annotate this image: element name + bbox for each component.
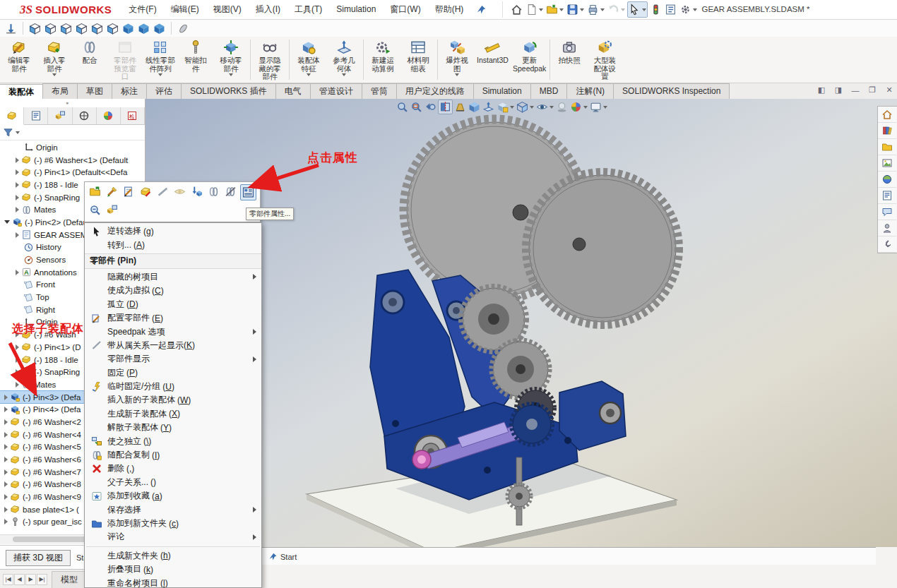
tree-item[interactable]: (-) Pin<1> (Default<<Defa [0,166,145,179]
dropdown-caret-icon[interactable] [580,8,584,11]
section-view-button[interactable] [438,100,453,114]
open-subassembly-button[interactable] [88,184,102,199]
menu-item-生成新文件夹[interactable]: 生成新文件夹(h) [85,549,261,563]
tree-expand-arrow-icon[interactable] [16,344,19,350]
view-palette-button[interactable] [878,155,896,172]
cmd-reference-geometry-button[interactable]: 参考几 何体 [326,37,362,83]
tab-[interactable]: 管筒 [362,83,397,99]
cmd-insert-component-button[interactable]: 插入零 部件 [37,37,72,83]
orientation-arrow-button[interactable] [4,21,18,36]
tab-solidworks[interactable]: SOLIDWORKS 插件 [181,83,276,99]
tab-[interactable]: 用户定义的线路 [396,83,474,99]
tree-expand-arrow-icon[interactable] [4,444,8,450]
insert-component-below-button[interactable] [189,184,204,199]
tab-[interactable]: 标注 [112,83,147,99]
menu-item-转到[interactable]: 转到...(A) [85,238,261,251]
change-transparency-button[interactable] [172,184,187,199]
cmd-edit-component-button[interactable]: 编辑零 部件 [1,37,37,83]
menu-w[interactable]: 窗口(W) [383,0,427,19]
cmd-motion-study-button[interactable]: 新建运 动算例 [365,37,400,83]
file-explorer-button[interactable] [878,139,896,155]
cmd-assembly-features-button[interactable]: 装配体 特征 [291,37,326,83]
tree-expand-arrow-icon[interactable] [4,407,8,412]
dropdown-caret-icon[interactable] [600,8,605,11]
tree-expand-arrow-icon[interactable] [4,469,8,475]
appearances-scenes-button[interactable] [878,172,896,188]
minimize-button[interactable]: — [850,86,860,95]
menu-item-评论[interactable]: 评论 [85,530,261,544]
cmd-smart-fastener-button[interactable]: 智能扣 件 [178,37,213,83]
tree-expand-arrow-icon[interactable] [4,220,10,227]
menu-item-临时固定分组[interactable]: 临时固定/分组(U) [85,380,261,393]
tab-[interactable]: 电气 [275,83,311,99]
tree-expand-arrow-icon[interactable] [16,270,19,275]
zoom-to-area-button[interactable] [410,100,423,114]
view-back-button[interactable] [44,21,57,36]
tree-expand-arrow-icon[interactable] [4,481,8,487]
dropdown-caret-icon[interactable] [539,8,543,11]
menu-item-使成为虚拟[interactable]: 使成为虚拟(C) [85,284,261,297]
dropdown-caret-icon[interactable] [583,106,588,109]
dropdown-caret-icon[interactable] [530,106,534,109]
menu-e[interactable]: 编辑(E) [164,0,206,19]
dropdown-caret-icon[interactable] [455,73,459,76]
suppress-mates-button[interactable] [223,184,238,199]
menu-item-使之独立[interactable]: 使之独立(\) [85,434,261,448]
menu-item-添加到收藏[interactable]: 添加到收藏(a) [85,489,261,503]
restore-button[interactable]: ❐ [867,85,877,95]
model-tab-model[interactable]: 模型 [52,571,87,588]
tab-simulation[interactable]: Simulation [473,83,531,99]
dropdown-caret-icon[interactable] [621,8,625,11]
home-button[interactable] [510,2,523,17]
appearance-edit-button[interactable] [138,184,153,199]
menu-item-带从属关系一起显示[interactable]: 带从属关系一起显示(K) [85,339,261,352]
view-iso-button[interactable] [121,21,135,36]
dropdown-caret-icon[interactable] [229,73,233,76]
print-button[interactable] [586,2,605,17]
menu-t[interactable]: 工具(T) [287,0,329,19]
tree-expand-arrow-icon[interactable] [16,232,19,238]
menu-f[interactable]: 文件(F) [121,0,163,19]
tree-expand-arrow-icon[interactable] [16,382,19,388]
menu-item-删除[interactable]: 删除(,) [85,462,261,475]
tree-expand-arrow-icon[interactable] [16,195,19,200]
tree-expand-arrow-icon[interactable] [4,507,8,512]
menu-item-折叠项目[interactable]: 折叠项目(k) [85,563,261,576]
tab-n[interactable]: 注解(N) [566,83,614,99]
tab-[interactable]: 管道设计 [310,83,362,99]
user-profile-button[interactable] [878,220,896,236]
menu-item-逆转选择[interactable]: 逆转选择(g) [85,224,261,238]
menu-item-Speedpak选项[interactable]: Speedpak 选项 [85,325,261,338]
dropdown-caret-icon[interactable] [559,8,564,11]
cmd-exploded-view-button[interactable]: 爆炸视 图 [439,37,475,83]
hide-component-button[interactable] [155,184,170,199]
new-document-button[interactable] [525,2,544,17]
custom-properties-button[interactable] [878,188,896,204]
display-style-button[interactable] [516,100,535,114]
dropdown-caret-icon[interactable] [158,73,162,76]
panel-tab-dimxpert[interactable] [73,107,97,124]
view-right-button[interactable] [75,21,88,36]
menu-item-零部件显示[interactable]: 零部件显示 [85,352,261,366]
tree-expand-arrow-icon[interactable] [16,157,19,163]
tab-[interactable]: 评估 [146,83,182,99]
settings-wrench-button[interactable] [878,236,896,253]
timeline-pin-icon[interactable] [268,552,278,561]
cmd-linear-pattern-button[interactable]: 线性零部 件阵列 [143,37,178,83]
cmd-large-assembly-button[interactable]: 大型装 配体设 置 [587,37,622,83]
tab-[interactable]: 草图 [77,83,112,99]
cmd-instant3d-button[interactable]: Instant3D [475,37,511,83]
edit-assembly-button[interactable] [105,184,119,199]
design-library-button[interactable] [878,123,896,139]
panel-tab-configuration-manager[interactable] [48,107,72,124]
filter-caret-icon[interactable] [16,131,20,134]
view-left-button[interactable] [59,21,73,36]
zoom-to-fit-button[interactable] [396,100,409,114]
shadows-button[interactable] [555,100,569,114]
component-properties-button[interactable] [240,184,256,200]
menu-i[interactable]: 插入(I) [249,0,287,19]
tree-expand-arrow-icon[interactable] [16,357,19,363]
filter-funnel-icon[interactable] [3,127,13,138]
menu-simulation[interactable]: Simulation [329,0,383,19]
tab-mbd[interactable]: MBD [530,83,568,99]
